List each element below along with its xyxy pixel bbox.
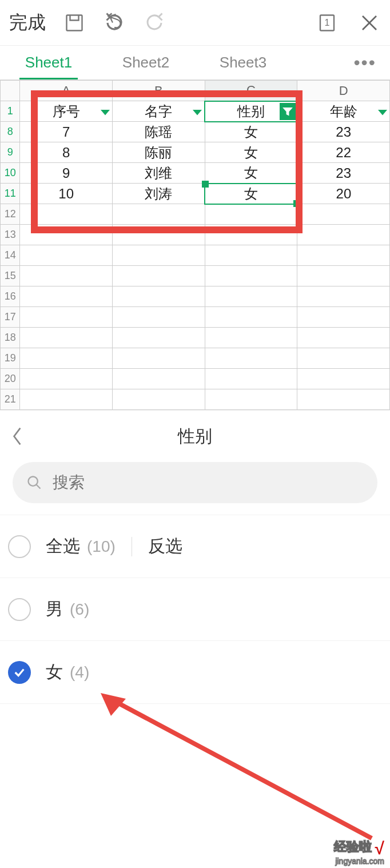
- cell[interactable]: [113, 225, 205, 245]
- header-cell-C[interactable]: 性别: [205, 101, 297, 122]
- cell[interactable]: 女: [205, 122, 297, 142]
- cell[interactable]: [113, 286, 205, 307]
- row-header[interactable]: 11: [1, 184, 20, 204]
- cell[interactable]: 9: [20, 163, 113, 184]
- cell[interactable]: [205, 389, 297, 410]
- cell[interactable]: [113, 245, 205, 266]
- cell[interactable]: [20, 389, 113, 410]
- sheet-more-button[interactable]: •••: [292, 52, 390, 73]
- spreadsheet-grid[interactable]: A B C D 1 序号 名字 性别 年龄 8 7 陈瑶 女 23 9 8 陈丽…: [0, 80, 390, 410]
- row-header[interactable]: 9: [1, 142, 20, 163]
- cell[interactable]: [205, 348, 297, 369]
- col-header-D[interactable]: D: [297, 81, 390, 101]
- cell[interactable]: [297, 245, 390, 266]
- cell[interactable]: 刘维: [113, 163, 205, 184]
- header-cell-D[interactable]: 年龄: [297, 101, 390, 122]
- cell[interactable]: 10: [20, 184, 113, 204]
- row-header[interactable]: 12: [1, 204, 20, 225]
- cell[interactable]: [205, 286, 297, 307]
- filter-selectall-row[interactable]: 全选 (10) 反选: [0, 515, 390, 578]
- tab-sheet1[interactable]: Sheet1: [0, 46, 97, 79]
- header-cell-B[interactable]: 名字: [113, 101, 205, 122]
- checkbox-icon[interactable]: [8, 598, 31, 621]
- col-header-C[interactable]: C: [205, 81, 297, 101]
- col-header-B[interactable]: B: [113, 81, 205, 101]
- row-header[interactable]: 21: [1, 389, 20, 410]
- cell[interactable]: [205, 225, 297, 245]
- cell[interactable]: [113, 389, 205, 410]
- header-cell-A[interactable]: 序号: [20, 101, 113, 122]
- cell[interactable]: [205, 307, 297, 328]
- checkbox-icon[interactable]: [8, 535, 31, 558]
- cell[interactable]: 20: [297, 184, 390, 204]
- cell[interactable]: 23: [297, 163, 390, 184]
- cell[interactable]: 23: [297, 122, 390, 142]
- selected-cell[interactable]: 女: [205, 184, 297, 204]
- search-input[interactable]: [51, 473, 364, 492]
- cell[interactable]: [20, 225, 113, 245]
- cell[interactable]: 陈瑶: [113, 122, 205, 142]
- row-header[interactable]: 1: [1, 101, 20, 122]
- cell[interactable]: 陈丽: [113, 142, 205, 163]
- cell[interactable]: [205, 266, 297, 286]
- done-button[interactable]: 完成: [9, 10, 46, 35]
- cell[interactable]: [205, 204, 297, 225]
- cell[interactable]: [113, 328, 205, 348]
- cell[interactable]: [20, 286, 113, 307]
- cell[interactable]: [20, 348, 113, 369]
- panel-back-button[interactable]: [0, 426, 34, 447]
- cell[interactable]: [113, 369, 205, 389]
- filter-option-male[interactable]: 男 (6): [0, 578, 390, 641]
- cell[interactable]: [297, 369, 390, 389]
- filter-option-female[interactable]: 女 (4): [0, 641, 390, 704]
- row-header[interactable]: 14: [1, 245, 20, 266]
- cell[interactable]: [297, 204, 390, 225]
- search-box[interactable]: [13, 462, 377, 503]
- col-header-A[interactable]: A: [20, 81, 113, 101]
- cell[interactable]: 22: [297, 142, 390, 163]
- corner-cell[interactable]: [1, 81, 20, 101]
- cell[interactable]: [20, 266, 113, 286]
- cell[interactable]: [20, 328, 113, 348]
- cell[interactable]: [205, 369, 297, 389]
- checkbox-checked-icon[interactable]: [8, 661, 31, 684]
- cell[interactable]: [297, 389, 390, 410]
- cell[interactable]: [113, 348, 205, 369]
- cell[interactable]: [297, 307, 390, 328]
- cell[interactable]: 刘涛: [113, 184, 205, 204]
- row-header[interactable]: 20: [1, 369, 20, 389]
- row-header[interactable]: 13: [1, 225, 20, 245]
- close-icon[interactable]: [358, 11, 381, 34]
- cell[interactable]: [205, 328, 297, 348]
- filter-icon[interactable]: [193, 110, 202, 119]
- save-icon[interactable]: [63, 11, 86, 34]
- cell[interactable]: [20, 369, 113, 389]
- cell[interactable]: 7: [20, 122, 113, 142]
- row-header[interactable]: 15: [1, 266, 20, 286]
- tab-sheet3[interactable]: Sheet3: [194, 46, 292, 79]
- invert-button[interactable]: 反选: [148, 535, 182, 558]
- selection-handle-icon[interactable]: [202, 181, 209, 188]
- cell[interactable]: [297, 348, 390, 369]
- cell[interactable]: [205, 245, 297, 266]
- cell[interactable]: 8: [20, 142, 113, 163]
- cell[interactable]: [113, 204, 205, 225]
- cell[interactable]: [20, 307, 113, 328]
- filter-icon[interactable]: [378, 110, 387, 119]
- cell[interactable]: 女: [205, 142, 297, 163]
- row-header[interactable]: 17: [1, 307, 20, 328]
- cell[interactable]: [20, 245, 113, 266]
- row-header[interactable]: 18: [1, 328, 20, 348]
- page-count-icon[interactable]: 1: [316, 11, 339, 34]
- tab-sheet2[interactable]: Sheet2: [97, 46, 194, 79]
- cell[interactable]: [113, 307, 205, 328]
- row-header[interactable]: 10: [1, 163, 20, 184]
- cell[interactable]: 女: [205, 163, 297, 184]
- row-header[interactable]: 8: [1, 122, 20, 142]
- row-header[interactable]: 16: [1, 286, 20, 307]
- row-header[interactable]: 19: [1, 348, 20, 369]
- cell[interactable]: [297, 266, 390, 286]
- cell[interactable]: [297, 328, 390, 348]
- cell[interactable]: [113, 266, 205, 286]
- filter-icon[interactable]: [101, 110, 110, 119]
